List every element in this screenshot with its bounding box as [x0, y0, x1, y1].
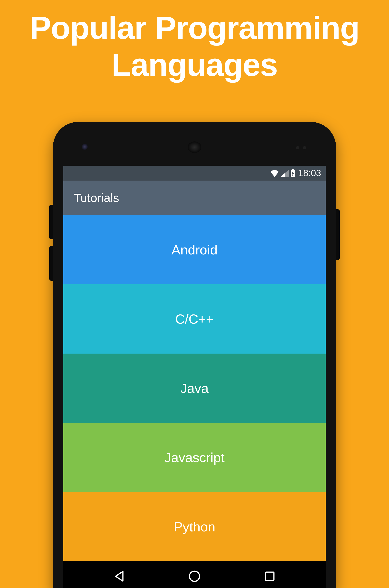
phone-power-button — [336, 209, 340, 260]
phone-mockup: 18:03 Tutorials Android C/C++ Java Javas… — [53, 122, 336, 588]
back-button[interactable] — [112, 569, 126, 583]
phone-camera — [82, 144, 88, 150]
phone-volume-down-button — [49, 246, 53, 281]
list-item-javascript[interactable]: Javascript — [63, 423, 326, 492]
home-button[interactable] — [188, 569, 201, 583]
phone-sensor — [296, 146, 299, 149]
navigation-bar — [63, 561, 326, 588]
app-bar: Tutorials — [63, 180, 326, 215]
signal-icon — [281, 170, 289, 177]
recent-apps-button[interactable] — [263, 569, 277, 583]
list-item-c-cpp[interactable]: C/C++ — [63, 284, 326, 353]
svg-rect-1 — [292, 169, 294, 171]
language-list: Android C/C++ Java Javascript Python — [63, 215, 326, 561]
list-item-label: Java — [180, 381, 209, 396]
list-item-python[interactable]: Python — [63, 492, 326, 561]
list-item-android[interactable]: Android — [63, 215, 326, 284]
battery-charging-icon — [290, 169, 295, 177]
list-item-label: Android — [171, 242, 218, 257]
list-item-label: Python — [174, 519, 215, 534]
app-bar-title: Tutorials — [74, 191, 119, 205]
phone-volume-up-button — [49, 205, 53, 239]
phone-sensor — [303, 146, 306, 149]
wifi-icon — [270, 170, 279, 177]
list-item-label: C/C++ — [175, 311, 214, 327]
svg-rect-3 — [266, 572, 274, 580]
phone-speaker — [188, 142, 201, 153]
status-time: 18:03 — [298, 168, 321, 178]
list-item-java[interactable]: Java — [63, 353, 326, 423]
phone-screen: 18:03 Tutorials Android C/C++ Java Javas… — [63, 166, 326, 561]
status-bar: 18:03 — [63, 166, 326, 180]
svg-point-2 — [190, 571, 199, 581]
list-item-label: Javascript — [164, 450, 225, 465]
page-title: Popular Programming Languages — [0, 0, 389, 83]
